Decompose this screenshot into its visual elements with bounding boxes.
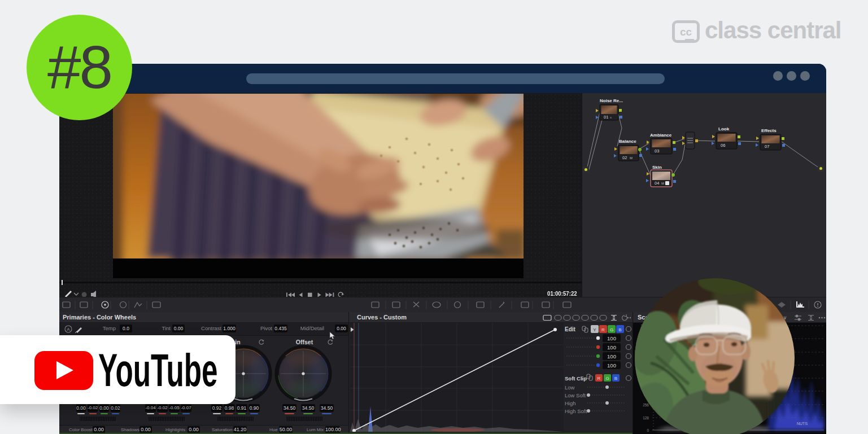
svg-text:M: M <box>661 182 664 185</box>
svg-text:Ambiance: Ambiance <box>650 133 672 138</box>
svg-text:0: 0 <box>647 428 649 432</box>
svg-text:Offset: Offset <box>296 339 313 345</box>
svg-text:Low Soft: Low Soft <box>565 392 586 398</box>
svg-text:04: 04 <box>655 181 659 186</box>
svg-text:07: 07 <box>765 144 769 149</box>
svg-text:s: s <box>610 116 612 119</box>
svg-text:B: B <box>614 376 617 381</box>
svg-text:100: 100 <box>607 362 616 369</box>
svg-text:High Soft: High Soft <box>565 408 587 414</box>
svg-text:Balance: Balance <box>619 139 636 144</box>
svg-text:Soft Clip: Soft Clip <box>565 375 587 382</box>
svg-text:256: 256 <box>643 403 649 407</box>
svg-text:R: R <box>597 376 601 381</box>
svg-text:High: High <box>565 400 576 406</box>
svg-text:Y: Y <box>593 327 596 332</box>
svg-text:100: 100 <box>607 344 616 350</box>
svg-text:Look: Look <box>718 126 730 131</box>
svg-text:NUTS: NUTS <box>797 422 808 426</box>
svg-text:Low: Low <box>565 384 575 391</box>
svg-text:03: 03 <box>655 148 659 154</box>
svg-text:01: 01 <box>604 115 608 120</box>
svg-text:100: 100 <box>607 353 616 360</box>
svg-text:02: 02 <box>622 155 627 160</box>
svg-text:B: B <box>618 327 621 332</box>
svg-text:G: G <box>605 376 609 381</box>
svg-text:100: 100 <box>607 335 616 341</box>
svg-text:Skin: Skin <box>652 165 662 170</box>
svg-text:06: 06 <box>721 143 725 148</box>
svg-text:Noise Re...: Noise Re... <box>600 98 623 103</box>
svg-text:G: G <box>610 327 613 332</box>
svg-text:A: A <box>67 327 70 332</box>
svg-text:M: M <box>630 156 633 160</box>
svg-text:Edit: Edit <box>565 326 576 332</box>
svg-text:R: R <box>601 327 605 332</box>
svg-text:128: 128 <box>643 416 649 420</box>
svg-text:Effects: Effects <box>761 128 777 133</box>
